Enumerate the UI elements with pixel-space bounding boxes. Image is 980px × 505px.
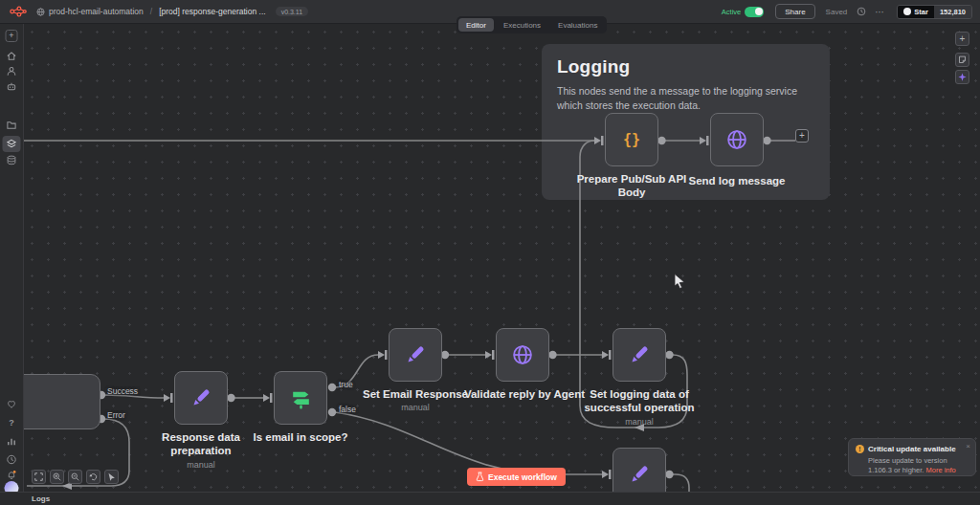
input-port[interactable] bbox=[700, 136, 709, 145]
left-sidebar: + bbox=[0, 24, 24, 505]
undo-button[interactable] bbox=[86, 470, 100, 484]
mouse-cursor bbox=[674, 274, 687, 289]
fit-view-button[interactable] bbox=[32, 470, 46, 484]
tab-executions[interactable]: Executions bbox=[496, 18, 548, 32]
switch-icon bbox=[289, 386, 313, 410]
input-port[interactable] bbox=[602, 350, 612, 360]
zoom-out-button[interactable] bbox=[68, 470, 82, 484]
pencil-icon bbox=[189, 385, 213, 410]
fit-view-icon bbox=[34, 472, 43, 481]
input-port[interactable] bbox=[263, 393, 273, 403]
heart-icon bbox=[7, 399, 17, 409]
help-icon[interactable]: ? bbox=[9, 418, 14, 428]
add-connected-node-button[interactable]: + bbox=[795, 129, 809, 143]
bottom-bar: Logs bbox=[0, 492, 980, 505]
sidebar-item-data[interactable] bbox=[7, 155, 17, 165]
output-port[interactable] bbox=[548, 351, 556, 359]
sidebar-item-insights[interactable] bbox=[7, 436, 17, 447]
tab-evaluations[interactable]: Evaluations bbox=[550, 18, 605, 32]
output-label-error: Error bbox=[107, 410, 125, 420]
breadcrumb-separator: / bbox=[150, 7, 152, 16]
zoom-out-icon bbox=[71, 472, 79, 481]
version-badge: v0.3.11 bbox=[276, 7, 308, 16]
node-is-email-in-scope[interactable] bbox=[274, 371, 327, 425]
toast-more-info-link[interactable]: More info bbox=[925, 466, 955, 474]
connection-wires bbox=[0, 0, 980, 505]
n8n-logo bbox=[10, 5, 27, 18]
sidebar-item-templates[interactable] bbox=[7, 399, 17, 409]
node-prepare-pubsub-api-body[interactable]: {} bbox=[605, 113, 658, 166]
input-port[interactable] bbox=[164, 393, 173, 403]
breadcrumb: prod-hcl-email-automation / [prod] respo… bbox=[36, 7, 308, 16]
output-port[interactable] bbox=[227, 394, 234, 402]
folder-icon bbox=[7, 120, 17, 130]
tab-editor[interactable]: Editor bbox=[458, 18, 494, 32]
logs-panel-toggle[interactable]: Logs bbox=[32, 494, 50, 503]
github-star-widget[interactable]: Star 152,810 bbox=[897, 5, 972, 19]
add-node-button[interactable]: + bbox=[955, 32, 969, 46]
database-icon bbox=[7, 155, 17, 165]
active-toggle[interactable] bbox=[745, 7, 764, 17]
node-label: Is email in scope? bbox=[237, 430, 364, 444]
node-label: Set logging data of successful operation… bbox=[569, 387, 709, 428]
execute-workflow-label: Execute workflow bbox=[488, 472, 557, 482]
node-send-log-message[interactable] bbox=[710, 113, 764, 166]
globe-icon bbox=[724, 127, 749, 152]
zoom-in-button[interactable] bbox=[50, 470, 64, 484]
sidebar-item-projects[interactable] bbox=[7, 120, 17, 130]
output-port[interactable] bbox=[763, 137, 770, 144]
workflow-name[interactable]: [prod] response-generation ... bbox=[159, 7, 266, 16]
output-port-true[interactable] bbox=[328, 384, 336, 391]
pencil-icon bbox=[403, 342, 428, 367]
node-set-email-response[interactable] bbox=[389, 328, 442, 382]
input-port[interactable] bbox=[594, 136, 604, 145]
toast-body: Please update to version 1.106.3 or high… bbox=[856, 456, 968, 475]
output-port[interactable] bbox=[665, 471, 673, 478]
chart-icon bbox=[7, 436, 17, 447]
add-workflow-button[interactable]: + bbox=[6, 30, 18, 42]
sidebar-item-home[interactable] bbox=[7, 51, 17, 61]
sidebar-item-assistant[interactable] bbox=[7, 81, 17, 92]
pointer-mode-button[interactable] bbox=[104, 470, 119, 484]
globe-icon bbox=[510, 342, 535, 367]
output-port-false[interactable] bbox=[328, 408, 336, 416]
star-label: Star bbox=[914, 8, 928, 16]
pencil-icon bbox=[627, 462, 652, 487]
input-port[interactable] bbox=[485, 350, 495, 360]
input-port[interactable] bbox=[378, 350, 388, 360]
output-port[interactable] bbox=[665, 351, 673, 359]
svg-text:{}: {} bbox=[623, 131, 640, 148]
ai-assistant-button[interactable] bbox=[955, 70, 969, 84]
code-braces-icon: {} bbox=[620, 128, 643, 151]
star-count: 152,810 bbox=[934, 6, 971, 18]
view-tabs: Editor Executions Evaluations bbox=[457, 16, 607, 33]
execute-workflow-button[interactable]: Execute workflow bbox=[467, 468, 566, 486]
output-port[interactable] bbox=[657, 137, 665, 144]
node-validate-reply-by-agent[interactable] bbox=[496, 328, 549, 382]
input-port[interactable] bbox=[602, 470, 612, 479]
history-icon bbox=[857, 7, 866, 16]
whats-new-button[interactable] bbox=[7, 470, 17, 480]
toggle-knob bbox=[755, 8, 763, 15]
active-label: Active bbox=[722, 8, 741, 16]
github-icon bbox=[903, 8, 911, 15]
more-menu-button[interactable]: ⋯ bbox=[875, 7, 885, 17]
node-response-data-preparation[interactable] bbox=[174, 371, 228, 425]
toast-title: Critical update available bbox=[868, 445, 956, 453]
toast-close-icon[interactable]: × bbox=[966, 442, 970, 450]
project-name[interactable]: prod-hcl-email-automation bbox=[49, 7, 144, 16]
share-button[interactable]: Share bbox=[775, 4, 814, 19]
zoom-in-icon bbox=[53, 472, 61, 481]
add-sticky-button[interactable] bbox=[955, 53, 969, 67]
n8n-workflow-editor: Logging This nodes send the a message to… bbox=[0, 0, 980, 505]
sidebar-item-personal[interactable] bbox=[7, 66, 17, 77]
warning-icon: ! bbox=[856, 445, 864, 453]
sidebar-item-workflows-active[interactable] bbox=[3, 136, 21, 152]
output-port[interactable] bbox=[441, 351, 449, 359]
flask-icon bbox=[476, 472, 484, 482]
output-label-success: Success bbox=[107, 386, 138, 396]
sidebar-item-history[interactable] bbox=[7, 454, 17, 465]
history-button[interactable] bbox=[857, 7, 866, 16]
saved-status: Saved bbox=[826, 8, 848, 16]
node-set-logging-data[interactable] bbox=[612, 328, 666, 382]
